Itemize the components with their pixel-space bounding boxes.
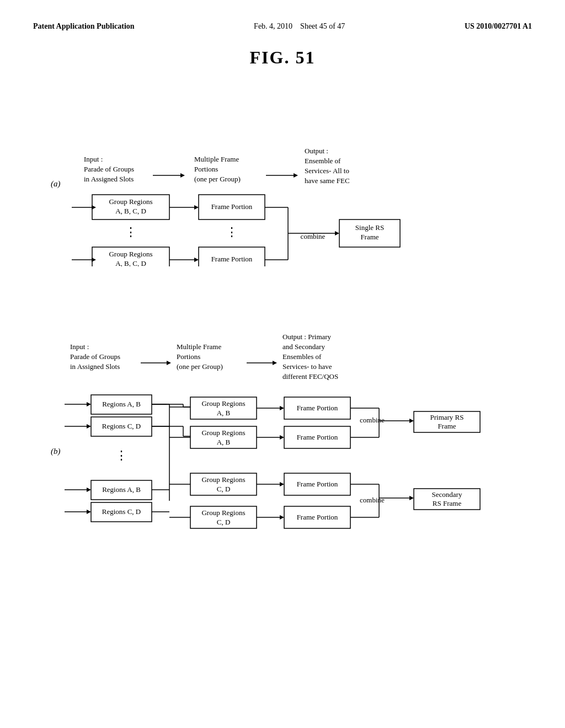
box-group-cd2-line2: C, D <box>217 518 231 526</box>
arrowhead-1-a <box>194 205 199 210</box>
arrowhead-middle-a <box>294 173 298 178</box>
box-regions-cd-top-text: Regions C, D <box>102 422 141 430</box>
box-single-rs-line1-a: Single RS <box>355 223 384 232</box>
box-fp2-text: Frame Portion <box>297 433 338 441</box>
combine2-text-b: combine <box>360 496 385 504</box>
output-desc3-a: have same FEC <box>305 176 350 185</box>
arrowhead-input-a <box>180 173 185 178</box>
input-label-b: Input : <box>70 342 89 351</box>
box-group-top-line1-a: Group Regions <box>109 197 152 206</box>
diagram-b-svg: (b) Input : Parade of Groups in Assigned… <box>34 294 531 603</box>
box-secondary-rs-line2: RS Frame <box>433 499 462 507</box>
box-group-ab1-line2: A, B <box>217 409 231 417</box>
sheet-info: Sheet 45 of 47 <box>300 22 345 30</box>
box-group-cd1-line2: C, D <box>217 485 231 493</box>
dots-left-a: ⋮ <box>125 225 137 239</box>
arrowhead-gab1-fp1 <box>280 406 284 410</box>
box-group-cd2-line1: Group Regions <box>201 508 245 517</box>
combine1-text-b: combine <box>360 416 385 424</box>
box-group-ab2-line2: A, B <box>217 438 231 446</box>
output-desc1-b: and Secondary <box>282 342 325 351</box>
box-group-cd1-line1: Group Regions <box>201 475 245 484</box>
box-regions-cd-bot-text: Regions C, D <box>102 507 141 516</box>
arrowhead-gcd2-fp4 <box>280 515 284 520</box>
input-desc2-a: in Assigned Slots <box>84 175 134 183</box>
header-date: Feb. 4, 2010 Sheet 45 of 47 <box>254 22 345 31</box>
box-primary-rs-line1: Primary RS <box>430 413 463 421</box>
header-left: Patent Application Publication <box>33 22 135 31</box>
box-secondary-rs-line1: Secondary <box>432 490 462 499</box>
output-desc2-a: Services- All to <box>305 167 349 175</box>
output-label-a: Output : <box>305 147 328 155</box>
input-desc1-b: Parade of Groups <box>70 352 120 361</box>
diagram-b: (b) Input : Parade of Groups in Assigned… <box>33 294 532 603</box>
output-label-b: Output : Primary <box>282 333 332 341</box>
middle-label-a: Multiple Frame <box>194 155 239 163</box>
dots-right-a: ⋮ <box>226 225 238 239</box>
middle-desc1-b: Portions <box>177 352 200 361</box>
middle-desc1-a: Portions <box>194 165 218 173</box>
input-desc1-a: Parade of Groups <box>84 165 134 173</box>
output-desc2-b: Ensembles of <box>282 352 322 361</box>
arrowhead-rs-a <box>335 231 339 235</box>
box-fp3-text: Frame Portion <box>297 480 338 488</box>
output-desc3-b: Services- to have <box>282 362 332 371</box>
middle-desc2-a: (one per Group) <box>194 175 241 183</box>
label-b: (b) <box>51 447 61 456</box>
arrowhead-3-a <box>194 258 199 262</box>
arrowhead-combined2 <box>409 496 414 500</box>
page: Patent Application Publication Feb. 4, 2… <box>0 0 565 728</box>
box-regions-ab-bot-text: Regions A, B <box>102 485 141 494</box>
box-group-top-line2-a: A, B, C, D <box>115 207 146 215</box>
arrowhead-gab2-fp2 <box>280 435 284 440</box>
arrowhead-gcd1-fp3 <box>280 482 284 486</box>
box-group-ab1-line1: Group Regions <box>201 399 245 408</box>
box-fp1-text: Frame Portion <box>297 404 338 412</box>
box-group-bottom-line1-a: Group Regions <box>109 250 152 258</box>
dots-left-b: ⋮ <box>115 448 127 462</box>
box-group-ab2-line1: Group Regions <box>201 429 245 437</box>
middle-label-b: Multiple Frame <box>177 342 221 351</box>
box-fp4-text: Frame Portion <box>297 513 338 521</box>
label-a: (a) <box>51 179 61 189</box>
diagram-a-svg: (a) Input : Parade of Groups in Assigned… <box>34 90 531 266</box>
arrowhead-rab-bot <box>87 488 91 492</box>
arrowhead-middle-b <box>273 361 277 365</box>
input-desc2-b: in Assigned Slots <box>70 362 120 371</box>
header: Patent Application Publication Feb. 4, 2… <box>33 22 532 31</box>
box-frame-top-text-a: Frame Portion <box>211 202 253 211</box>
input-label-a: Input : <box>84 155 103 163</box>
arrowhead-rab-top <box>87 402 91 406</box>
middle-desc2-b: (one per Group) <box>177 362 223 371</box>
box-primary-rs-line2: Frame <box>438 422 456 430</box>
arrowhead-combined1 <box>409 419 414 423</box>
arrowhead-rcd-bot <box>87 510 91 514</box>
box-group-bottom-line2-a: A, B, C, D <box>115 259 146 266</box>
arrowhead-rcd-top <box>87 424 91 429</box>
output-desc1-a: Ensemble of <box>305 157 341 165</box>
header-patent: US 2010/0027701 A1 <box>465 22 532 31</box>
box-single-rs-line2-a: Frame <box>360 233 379 241</box>
figure-title: FIG. 51 <box>33 47 532 68</box>
box-frame-bottom-text-a: Frame Portion <box>211 255 253 263</box>
diagram-a: (a) Input : Parade of Groups in Assigned… <box>33 90 532 266</box>
output-desc4-b: different FEC/QOS <box>282 372 338 381</box>
arrowhead-input-b <box>167 361 171 365</box>
box-regions-ab-top-text: Regions A, B <box>102 400 141 408</box>
